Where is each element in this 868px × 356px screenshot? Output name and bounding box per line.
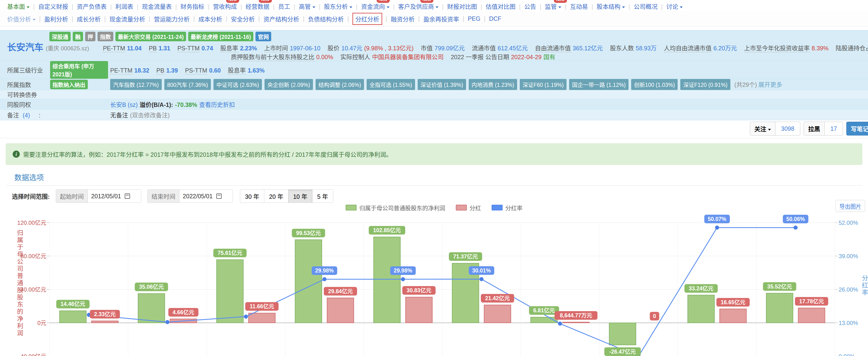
nav-item-2[interactable]: 资产负债表 [77,2,106,10]
legend-dividend[interactable]: 分红 [456,204,481,212]
nav-item-14[interactable]: 估值对比图 [486,2,516,10]
nav-separator: | [193,15,195,22]
nav-item-5[interactable]: 财务指标 [181,2,205,10]
nav-item-label: 资金流向 [361,3,385,10]
svg-text:2.33亿元: 2.33亿元 [94,311,116,317]
nav-item-10[interactable]: 股东分析 [324,2,352,10]
nav-item-11[interactable]: 盈余再投资率 [423,14,459,23]
index-tag[interactable]: 创新100 (1.03%) [631,79,678,90]
nav-item-13[interactable]: DCF [489,15,501,22]
nav-separator: | [258,15,260,22]
nav-item-12[interactable]: PEG [468,15,480,22]
write-note-button[interactable]: 写笔记 [846,122,868,136]
expand-more-link[interactable]: 展开更多 [758,81,782,88]
svg-text:8,644.77万元: 8,644.77万元 [560,312,592,319]
stock-badge[interactable]: 最新龙虎榜 (2021-11-16) [188,32,253,41]
metric-value: 0.00% [316,54,333,60]
nav-separator: | [540,3,541,10]
industry-badge[interactable]: 综合乘用车 (申万2021版) [50,61,108,79]
stock-badge[interactable]: 官网 [255,32,271,41]
nav-item-9[interactable]: 分红分析 [352,13,382,25]
range-button-5年[interactable]: 5 年 [312,189,333,203]
svg-text:35.52亿元: 35.52亿元 [767,284,792,290]
svg-text:99.53亿元: 99.53亿元 [296,230,321,236]
start-date-input[interactable]: 2012/05/01 [88,189,141,203]
metric-label: 股东人数 [610,45,634,52]
stock-badge: 指数 [98,32,113,41]
nav-item-label: 员工 [278,3,290,10]
range-button-20年[interactable]: 20 年 [264,189,288,203]
calendar-icon[interactable] [125,194,130,199]
nav-item-15[interactable]: 公告 [524,2,536,10]
nav-item-4[interactable]: 营运能力分析 [154,14,190,23]
calendar-icon[interactable] [216,194,222,199]
metric-value[interactable]: 长安B (sz) [110,101,137,108]
svg-text:13.00%: 13.00% [839,320,858,326]
nav-item-10[interactable]: 融资分析 [391,14,414,23]
index-tag[interactable]: 国企一带一路 (1.12%) [569,79,628,90]
nav-item-3[interactable]: 利润表 [116,2,133,10]
nav-item-8[interactable]: 员工 [278,2,290,10]
index-tag[interactable]: 深证F120 (0.91%) [680,79,730,90]
nav-item-7[interactable]: 资产结构分析 [264,14,299,23]
range-button-10年[interactable]: 10 年 [288,189,312,203]
svg-text:50.07%: 50.07% [708,216,726,222]
nav-item-19[interactable]: 公司概况 [634,2,658,10]
svg-text:52.00%: 52.00% [839,219,858,226]
nav-separator: | [484,15,486,22]
range-button-30年[interactable]: 30 年 [240,189,264,203]
nav-separator: | [393,3,395,10]
index-tag[interactable]: 800汽车 (7.36%) [164,79,211,90]
index-tag[interactable]: 中证可选 (2.63%) [214,79,262,90]
legend-dividend-rate[interactable]: 分红率 [492,204,523,212]
index-tag[interactable]: 深证F60 (1.19%) [520,79,567,90]
indices-badge[interactable]: 指数纳入纳出 [50,80,88,89]
nav-item-2[interactable]: 成长分析 [77,14,101,23]
nav-item-17[interactable]: 互动易 [570,2,588,10]
nav-item-9[interactable]: 高管 [299,2,315,10]
svg-text:16.65亿元: 16.65亿元 [721,299,745,305]
index-tag[interactable]: 全指可选 (1.55%) [367,79,415,90]
nav-item-6[interactable]: 安全分析 [231,14,255,23]
equity-label: 同股同权 [7,100,50,109]
nav-item-6[interactable]: 营收构成New [213,2,237,10]
svg-text:17.78亿元: 17.78亿元 [799,298,824,304]
end-date-input[interactable]: 2022/05/01 [179,189,233,203]
nav-item-16[interactable]: 监管New [545,2,561,10]
nav-item-11[interactable]: 资金流向New [361,2,390,10]
nav-item-7[interactable]: 经营数据New [246,2,270,10]
nav-item-18[interactable]: 股本结构 [596,2,625,10]
nav-item-12[interactable]: 客户及供应商New [398,2,438,10]
index-tag[interactable]: 央企创新 (2.09%) [265,79,313,90]
legend-net-profit[interactable]: 归属于母公司普通股股东的净利润 [346,204,445,212]
metric-label: 质押股数与前十大股东持股之比 [231,54,314,61]
follow-button[interactable]: 关注 [750,122,775,136]
block-button[interactable]: 拉黑 [804,122,825,136]
nav-item-3[interactable]: 现金流量分析 [110,14,145,23]
export-image-button[interactable]: 导出图片 [836,200,865,212]
stock-badge[interactable]: 最新大宗交易 (2021-11-24) [116,32,186,41]
block-count[interactable]: 17 [825,122,843,136]
section-title: 数据选项 [6,172,862,186]
nav-item-0[interactable]: 基本面 [7,2,30,10]
nav-separator: | [347,15,349,22]
nav-item-5[interactable]: 成本分析 [198,14,222,23]
index-tag[interactable]: 结构调整 (2.06%) [316,79,364,90]
svg-text:30.01%: 30.01% [472,267,491,274]
metric-value[interactable]: 查看历史折扣 [199,101,235,108]
nav-item-1[interactable]: 盈利分析 [44,14,68,23]
stock-metrics-line2: 质押股数与前十大股东持股之比0.00%实际控制人中国兵器装备集团有限公司2022… [231,52,868,59]
metric-value: 365.12亿元 [573,45,603,52]
metric-value: 18.32 [134,67,149,74]
nav-item-0[interactable]: 价值分析 [7,14,35,23]
index-tag[interactable]: 内地消费 (1.23%) [469,79,517,90]
nav-item-8[interactable]: 负债结构分析 [308,14,344,23]
nav-item-20[interactable]: 讨论 [666,2,683,10]
nav-item-4[interactable]: 现金流量表 [142,2,172,10]
follow-count[interactable]: 3098 [775,122,801,136]
note-row[interactable]: 备注 (4) : 无备注(双击修改备注) [0,110,868,120]
index-tag[interactable]: 深证价值 (1.39%) [418,79,466,90]
nav-item-13[interactable]: 财报对比图 [447,2,477,10]
index-tag[interactable]: 汽车指数 (12.77%) [110,79,162,90]
nav-item-1[interactable]: 自定义财报 [38,2,68,10]
